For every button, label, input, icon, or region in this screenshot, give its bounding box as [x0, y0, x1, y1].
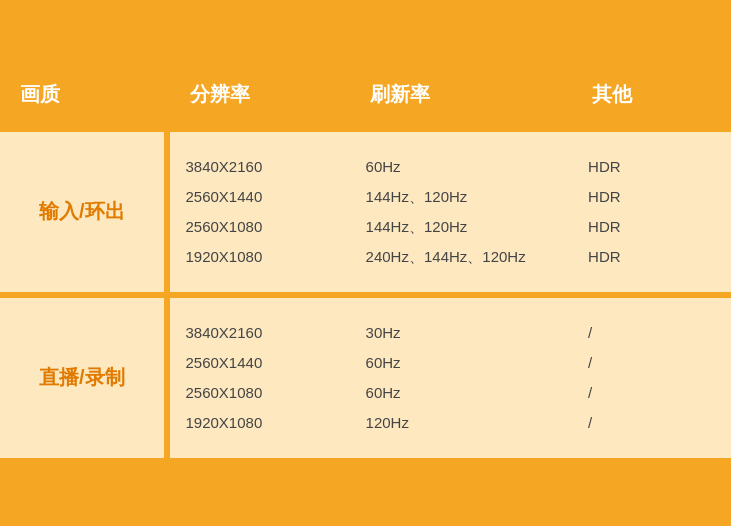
category-stream: 直播/录制: [0, 298, 170, 458]
category-input: 输入/环出: [0, 132, 170, 292]
table-header: 画质 分辨率 刷新率 其他: [0, 63, 731, 126]
resolution-input: 3840X2160 2560X1440 2560X1080 1920X1080: [170, 132, 350, 292]
header-quality: 画质: [0, 63, 170, 126]
refresh-input: 60Hz 144Hz、120Hz 144Hz、120Hz 240Hz、144Hz…: [350, 132, 572, 292]
header-refresh: 刷新率: [350, 63, 572, 126]
table-row: 直播/录制 3840X2160 2560X1440 2560X1080 1920…: [0, 298, 731, 458]
refresh-stream: 30Hz 60Hz 60Hz 120Hz: [350, 298, 572, 458]
other-stream: / / / /: [572, 298, 731, 458]
other-input: HDR HDR HDR HDR: [572, 132, 731, 292]
table-row: 输入/环出 3840X2160 2560X1440 2560X1080 1920…: [0, 132, 731, 292]
specs-table: 画质 分辨率 刷新率 其他 输入/环出 3840X2160 2560X1440 …: [0, 63, 731, 464]
header-other: 其他: [572, 63, 731, 126]
gap-row-3: [0, 458, 731, 464]
header-resolution: 分辨率: [170, 63, 350, 126]
resolution-stream: 3840X2160 2560X1440 2560X1080 1920X1080: [170, 298, 350, 458]
